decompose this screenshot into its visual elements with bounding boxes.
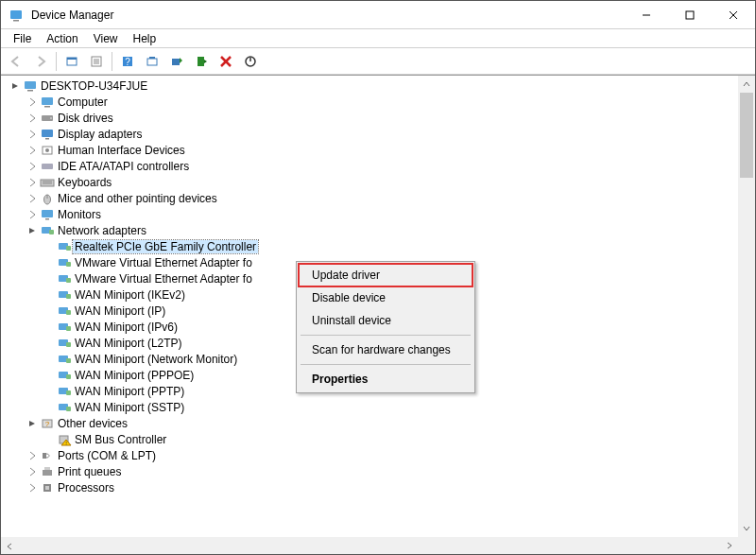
help-button[interactable]: ? — [116, 50, 139, 73]
svg-rect-0 — [10, 10, 22, 19]
category-port[interactable]: Ports (COM & LPT) — [5, 447, 736, 463]
computer-icon — [39, 95, 56, 109]
netchild-icon — [56, 272, 73, 286]
menu-separator — [301, 364, 471, 365]
category-monitor[interactable]: Monitors — [5, 206, 736, 222]
network-icon — [39, 224, 56, 237]
menu-view[interactable]: View — [87, 30, 125, 47]
svg-point-26 — [50, 117, 52, 119]
svg-rect-7 — [67, 58, 77, 60]
expand-icon[interactable] — [26, 146, 39, 155]
category-label: Network adapters — [56, 224, 148, 237]
expand-icon[interactable] — [26, 226, 39, 235]
svg-rect-15 — [149, 57, 155, 59]
device-item[interactable]: Realtek PCIe GbE Family Controller — [5, 238, 736, 254]
port-icon — [39, 449, 56, 462]
context-menu-item[interactable]: Scan for hardware changes — [299, 338, 472, 361]
device-item[interactable]: WAN Miniport (SSTP) — [5, 399, 736, 415]
netchild-icon — [56, 385, 73, 398]
category-ide[interactable]: IDE ATA/ATAPI controllers — [5, 158, 736, 174]
svg-rect-27 — [42, 130, 53, 137]
expand-icon[interactable] — [26, 97, 39, 107]
context-menu-item[interactable]: Update driver — [299, 264, 472, 286]
scroll-left-icon[interactable] — [1, 538, 18, 554]
back-button[interactable] — [5, 50, 27, 73]
vertical-scrollbar[interactable] — [738, 76, 755, 537]
svg-rect-71 — [45, 486, 49, 490]
monitor-icon — [39, 208, 56, 221]
close-button[interactable] — [712, 1, 755, 29]
menu-file[interactable]: File — [7, 30, 38, 47]
context-menu-item[interactable]: Disable device — [299, 286, 472, 309]
horizontal-scrollbar[interactable] — [1, 537, 738, 554]
svg-rect-17 — [198, 57, 204, 66]
category-other[interactable]: ?Other devices — [5, 415, 736, 431]
expand-icon[interactable] — [26, 194, 39, 203]
svg-rect-48 — [66, 294, 71, 299]
category-mouse[interactable]: Mice and other pointing devices — [5, 190, 736, 206]
device-item[interactable]: !SM Bus Controller — [5, 431, 736, 447]
expand-icon[interactable] — [26, 113, 39, 123]
expand-icon[interactable] — [26, 162, 39, 171]
expand-icon[interactable] — [26, 451, 39, 460]
context-menu-item[interactable]: Uninstall device — [299, 309, 472, 332]
device-label: WAN Miniport (L2TP) — [73, 337, 184, 350]
context-menu-item[interactable]: Properties — [299, 368, 472, 390]
disable-button[interactable] — [239, 50, 262, 73]
netchild-icon — [56, 353, 73, 366]
expand-icon[interactable] — [26, 483, 39, 493]
expand-icon[interactable] — [26, 210, 39, 219]
toolbar-separator — [56, 52, 57, 71]
svg-rect-46 — [66, 278, 71, 283]
svg-rect-54 — [66, 342, 71, 347]
expand-icon[interactable] — [26, 130, 39, 139]
netchild-icon — [56, 304, 73, 318]
svg-rect-38 — [45, 218, 49, 220]
app-icon — [9, 8, 24, 23]
expand-icon[interactable] — [26, 419, 39, 428]
update-driver-button[interactable] — [165, 50, 188, 73]
device-label: SM Bus Controller — [73, 433, 168, 446]
computer-icon — [22, 79, 39, 93]
category-label: IDE ATA/ATAPI controllers — [56, 160, 191, 173]
category-hid[interactable]: Human Interface Devices — [5, 142, 736, 158]
category-label: Mice and other pointing devices — [56, 192, 219, 205]
scan-button[interactable] — [141, 50, 163, 73]
expand-icon[interactable] — [9, 81, 22, 91]
scroll-right-icon[interactable] — [721, 537, 738, 554]
maximize-button[interactable] — [668, 1, 712, 29]
svg-rect-21 — [25, 81, 36, 89]
properties-button[interactable] — [85, 50, 108, 73]
device-label: Realtek PCIe GbE Family Controller — [73, 240, 258, 253]
device-label: VMware Virtual Ethernet Adapter fo — [73, 256, 254, 269]
device-label: WAN Miniport (PPPOE) — [73, 369, 196, 382]
svg-point-30 — [45, 148, 49, 152]
menu-help[interactable]: Help — [127, 30, 163, 47]
svg-rect-62 — [66, 407, 71, 411]
category-network[interactable]: Network adapters — [5, 222, 736, 238]
minimize-button[interactable] — [625, 1, 668, 29]
root-label: DESKTOP-U34FJUE — [39, 79, 149, 93]
forward-button[interactable] — [29, 50, 52, 73]
tree-root[interactable]: DESKTOP-U34FJUE — [5, 78, 736, 94]
scroll-down-icon[interactable] — [738, 520, 755, 537]
category-disk[interactable]: Disk drives — [5, 110, 736, 126]
expand-icon[interactable] — [26, 178, 39, 187]
show-hidden-button[interactable] — [60, 50, 83, 73]
category-display[interactable]: Display adapters — [5, 126, 736, 142]
device-label: WAN Miniport (IP) — [73, 304, 167, 318]
category-cpu[interactable]: Processors — [5, 479, 736, 495]
scrollbar-thumb[interactable] — [740, 93, 753, 178]
category-computer[interactable]: Computer — [5, 94, 736, 110]
scroll-up-icon[interactable] — [738, 76, 755, 93]
menu-action[interactable]: Action — [40, 30, 84, 47]
category-printer[interactable]: Print queues — [5, 463, 736, 479]
svg-rect-3 — [686, 11, 694, 19]
category-keyboard[interactable]: Keyboards — [5, 174, 736, 190]
svg-rect-16 — [172, 59, 180, 65]
category-label: Ports (COM & LPT) — [56, 449, 158, 462]
svg-rect-44 — [66, 262, 71, 267]
expand-icon[interactable] — [26, 467, 39, 477]
enable-button[interactable] — [190, 50, 213, 73]
uninstall-button[interactable] — [215, 50, 237, 73]
